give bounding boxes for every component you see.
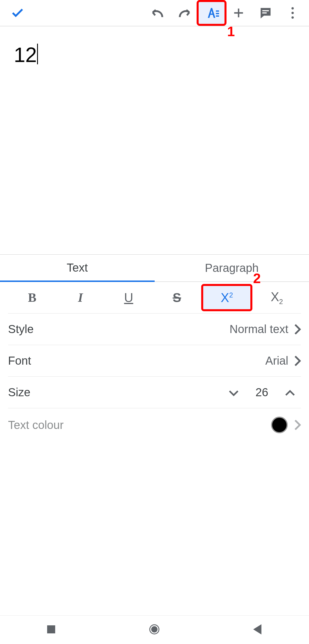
size-value: 26 xyxy=(245,386,279,399)
text-cursor xyxy=(37,44,38,64)
undo-icon xyxy=(150,7,165,19)
strikethrough-icon: S xyxy=(173,291,181,305)
style-label: Style xyxy=(8,323,34,336)
strikethrough-button[interactable]: S xyxy=(153,285,201,310)
svg-rect-2 xyxy=(216,16,219,17)
tab-paragraph[interactable]: Paragraph xyxy=(155,255,309,282)
size-decrease-button[interactable] xyxy=(223,380,245,405)
superscript-icon: X2 xyxy=(221,291,233,305)
tab-text[interactable]: Text xyxy=(0,255,155,282)
bold-icon: B xyxy=(28,290,36,305)
underline-icon: U xyxy=(124,291,133,305)
svg-rect-4 xyxy=(262,12,267,13)
text-format-button[interactable]: 1 xyxy=(198,1,225,24)
plus-icon xyxy=(232,6,245,20)
more-menu-button[interactable] xyxy=(279,1,306,24)
check-icon xyxy=(10,6,25,20)
nav-back-button[interactable] xyxy=(253,624,262,636)
bold-button[interactable]: B xyxy=(8,285,56,310)
text-colour-label: Text colour xyxy=(8,419,64,432)
font-row[interactable]: Font Arial xyxy=(8,345,301,377)
subscript-button[interactable]: X2 xyxy=(253,285,301,310)
format-buttons-row: B I U S X2 2 X2 xyxy=(8,282,301,314)
style-row[interactable]: Style Normal text xyxy=(8,314,301,345)
size-label: Size xyxy=(8,386,30,399)
circle-icon xyxy=(149,624,160,635)
size-increase-button[interactable] xyxy=(279,380,301,405)
comment-icon xyxy=(259,6,272,20)
undo-button[interactable] xyxy=(144,1,171,24)
chevron-right-icon xyxy=(294,419,301,431)
chevron-right-icon xyxy=(294,324,301,335)
svg-rect-1 xyxy=(216,13,219,14)
annotation-marker-2: 2 xyxy=(253,270,261,286)
svg-point-6 xyxy=(291,12,294,14)
nav-recent-button[interactable] xyxy=(47,625,56,635)
more-vert-icon xyxy=(291,7,294,19)
svg-rect-8 xyxy=(47,625,55,633)
svg-rect-3 xyxy=(262,10,269,11)
font-value: Arial xyxy=(265,354,288,367)
italic-icon: I xyxy=(78,290,83,305)
document-text: 12 xyxy=(14,43,37,66)
size-row: Size 26 xyxy=(8,377,301,408)
text-colour-row[interactable]: Text colour xyxy=(8,416,301,434)
style-value: Normal text xyxy=(230,323,289,336)
document-canvas[interactable]: 12 xyxy=(0,26,309,254)
chevron-right-icon xyxy=(294,355,301,367)
comment-button[interactable] xyxy=(252,1,279,24)
font-label: Font xyxy=(8,354,31,367)
nav-home-button[interactable] xyxy=(149,624,160,636)
svg-point-5 xyxy=(291,7,294,9)
app-toolbar: 1 xyxy=(0,0,309,26)
superscript-button[interactable]: X2 2 xyxy=(203,285,251,310)
svg-rect-0 xyxy=(216,10,219,11)
done-button[interactable] xyxy=(4,1,31,24)
triangle-left-icon xyxy=(253,624,262,635)
svg-point-7 xyxy=(291,16,294,19)
redo-button[interactable] xyxy=(171,1,198,24)
italic-button[interactable]: I xyxy=(56,285,105,310)
panel-tabs: Text Paragraph xyxy=(0,255,309,282)
chevron-up-icon xyxy=(285,390,295,396)
system-navbar xyxy=(0,615,309,644)
square-icon xyxy=(47,625,56,634)
chevron-down-icon xyxy=(229,390,239,396)
svg-point-10 xyxy=(151,626,158,633)
colour-swatch xyxy=(271,417,288,433)
format-panel: Text Paragraph B I U S X2 2 X2 Style Nor… xyxy=(0,254,309,434)
redo-icon xyxy=(177,7,192,19)
insert-button[interactable] xyxy=(225,1,252,24)
subscript-icon: X2 xyxy=(271,290,283,306)
underline-button[interactable]: U xyxy=(105,285,153,310)
text-format-icon xyxy=(204,5,219,20)
